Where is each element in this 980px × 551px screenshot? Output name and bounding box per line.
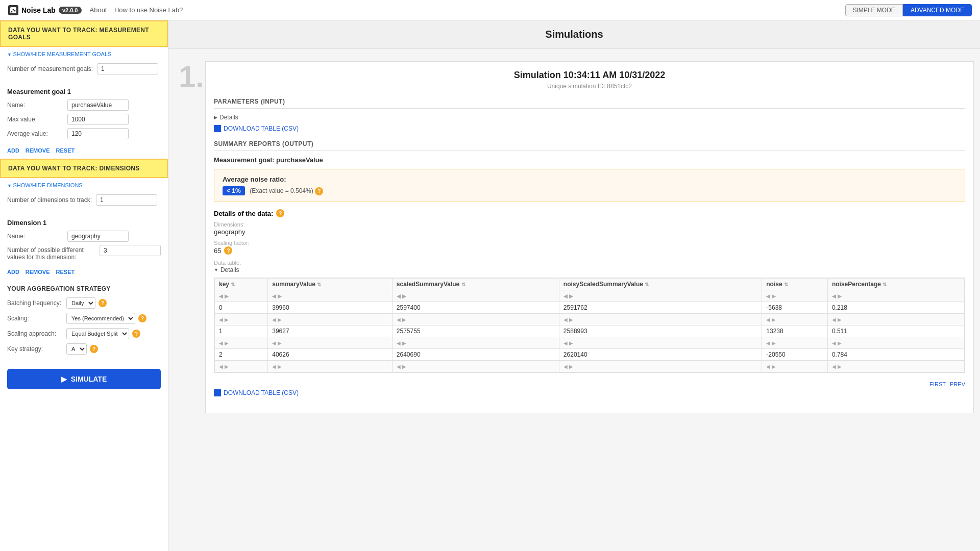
key-strategy-help-icon[interactable]: ? (90, 345, 98, 353)
dim1-fields: Name: Number of possible different value… (0, 229, 168, 267)
dim-name-input[interactable] (67, 231, 129, 242)
scaling-factor-value: 65 (214, 247, 221, 255)
noise-help-icon[interactable]: ? (315, 187, 323, 195)
details-data-help-icon[interactable]: ? (276, 209, 284, 217)
key-strategy-row: Key strategy: A ? (7, 343, 161, 355)
simulate-icon: ▶ (61, 375, 67, 383)
app-logo: Noise Lab v2.0.0 (8, 5, 82, 15)
table-cell-r1-c2: 2575755 (392, 325, 559, 337)
table-cell-r1-c1: 39627 (268, 325, 393, 337)
num-goals-label: Number of measurement goals: (7, 65, 93, 72)
noise-exact: (Exact value = 0.504%) (250, 187, 313, 194)
scaling-factor-help-icon[interactable]: ? (224, 246, 232, 255)
advanced-mode-button[interactable]: ADVANCED MODE (903, 4, 972, 16)
version-badge: v2.0.0 (59, 7, 82, 14)
toggle-goals-link[interactable]: SHOW/HIDE MEASUREMENT GOALS (0, 47, 168, 59)
svg-point-1 (11, 11, 13, 12)
noise-value-row: < 1% (Exact value = 0.504%) ? (223, 186, 957, 195)
reset-dim-link[interactable]: RESET (56, 269, 75, 275)
simulations-header: Simulations (168, 20, 980, 49)
sidebar: DATA YOU WANT TO TRACK: MEASUREMENT GOAL… (0, 20, 168, 551)
table-cell-r2-c3: 2620140 (559, 349, 762, 361)
toggle-dims-link[interactable]: SHOW/HIDE DIMENSIONS (0, 178, 168, 190)
summary-title: SUMMARY REPORTS (OUTPUT) (214, 140, 965, 151)
scaling-help-icon[interactable]: ? (138, 314, 146, 322)
scaling-approach-help-icon[interactable]: ? (132, 330, 140, 338)
sim-id: Unique simulation ID: 8851cfc2 (214, 83, 965, 90)
batching-label: Batching frequency: (7, 299, 63, 307)
table-cell-r1-c5: 0.511 (827, 325, 964, 337)
table-cell-r2-c5: 0.784 (827, 349, 964, 361)
dimensions-value: geography (214, 228, 965, 236)
col-header-summaryValue: summaryValue ⇅ (268, 279, 393, 290)
details-of-data-label: Details of the data: (214, 210, 273, 217)
mode-switcher: SIMPLE MODE ADVANCED MODE (845, 4, 972, 16)
about-link[interactable]: About (90, 6, 107, 14)
scaling-factor-label: Scaling factor: (214, 240, 965, 246)
pagination-prev[interactable]: PREV (950, 381, 965, 387)
section2-header: DATA YOU WANT TO TRACK: DIMENSIONS (0, 159, 168, 178)
data-table-wrap: key ⇅summaryValue ⇅scaledSummaryValue ⇅n… (214, 278, 965, 373)
noise-box: Average noise ratio: < 1% (Exact value =… (214, 169, 965, 202)
table-cell-r2-c0: 2 (215, 349, 268, 361)
reset-goal-link[interactable]: RESET (56, 147, 75, 154)
key-strategy-label: Key strategy: (7, 345, 63, 353)
app-header: Noise Lab v2.0.0 About How to use Noise … (0, 0, 980, 20)
add-dim-link[interactable]: ADD (7, 269, 19, 275)
goal-name-input[interactable] (67, 99, 129, 111)
simple-mode-button[interactable]: SIMPLE MODE (845, 4, 903, 16)
svg-point-3 (14, 10, 16, 11)
table-cell-r0-c4: -5638 (762, 302, 828, 314)
scaling-select[interactable]: Yes (Recommended) (66, 313, 135, 324)
download-icon-1 (214, 125, 221, 132)
download-label-1: DOWNLOAD TABLE (CSV) (224, 125, 299, 132)
batching-select[interactable]: Daily (66, 297, 95, 309)
table-toggle[interactable]: Details (214, 266, 965, 273)
scaling-approach-label: Scaling approach: (7, 330, 63, 337)
how-to-link[interactable]: How to use Noise Lab? (114, 6, 183, 14)
noise-badge: < 1% (223, 186, 245, 195)
table-cell-r1-c4: 13238 (762, 325, 828, 337)
data-table-label: Data table: (214, 260, 965, 266)
dim-possible-input[interactable] (100, 245, 161, 256)
goal-max-input[interactable] (67, 114, 129, 125)
section1-header: DATA YOU WANT TO TRACK: MEASUREMENT GOAL… (0, 20, 168, 47)
simulate-button[interactable]: ▶ SIMULATE (7, 369, 161, 389)
add-goal-link[interactable]: ADD (7, 147, 19, 154)
goal1-fields: Name: Max value: Average value: (0, 97, 168, 145)
goal1-title: Measurement goal 1 (0, 83, 168, 97)
num-goals-input[interactable] (97, 63, 158, 74)
table-cell-r0-c2: 2597400 (392, 302, 559, 314)
goal-label: Measurement goal: purchaseValue (214, 156, 965, 164)
goal-avg-label: Average value: (7, 130, 63, 137)
table-toggle-label: Details (220, 266, 239, 273)
download-table-btn-2[interactable]: DOWNLOAD TABLE (CSV) (214, 389, 299, 396)
table-cell-r0-c1: 39960 (268, 302, 393, 314)
num-dims-input[interactable] (96, 194, 157, 206)
batching-help-icon[interactable]: ? (99, 299, 107, 307)
table-row: 24062626406902620140-205500.784 (215, 349, 965, 361)
goal-avg-input[interactable] (67, 128, 129, 139)
col-header-scaledSummaryValue: scaledSummaryValue ⇅ (392, 279, 559, 290)
logo-icon (8, 5, 18, 15)
data-table-section: Data table: Details key ⇅summaryValue ⇅s… (214, 260, 965, 389)
scaling-approach-select[interactable]: Equal Budget Split (66, 328, 129, 339)
dim1-title: Dimension 1 (0, 214, 168, 229)
svg-point-2 (13, 9, 14, 10)
panel-content: Simulation 10:34:11 AM 10/31/2022 Unique… (199, 49, 980, 551)
remove-dim-link[interactable]: REMOVE (26, 269, 50, 275)
download-label-2: DOWNLOAD TABLE (CSV) (224, 389, 299, 396)
table-cell-r2-c4: -20550 (762, 349, 828, 361)
goal-max-row: Max value: (7, 114, 161, 125)
simulation-card: Simulation 10:34:11 AM 10/31/2022 Unique… (205, 61, 974, 413)
remove-goal-link[interactable]: REMOVE (26, 147, 50, 154)
details-toggle[interactable]: Details (214, 114, 965, 121)
dimensions-label: Dimensions: (214, 221, 965, 228)
scaling-row: Scaling: Yes (Recommended) ? (7, 313, 161, 324)
download-table-btn-1[interactable]: DOWNLOAD TABLE (CSV) (214, 125, 299, 132)
table-cell-r1-c0: 1 (215, 325, 268, 337)
sim-title: Simulation 10:34:11 AM 10/31/2022 (214, 70, 965, 81)
params-title: PARAMETERS (INPUT) (214, 98, 965, 109)
pagination-first[interactable]: FIRST (929, 381, 946, 387)
key-strategy-select[interactable]: A (66, 343, 87, 355)
